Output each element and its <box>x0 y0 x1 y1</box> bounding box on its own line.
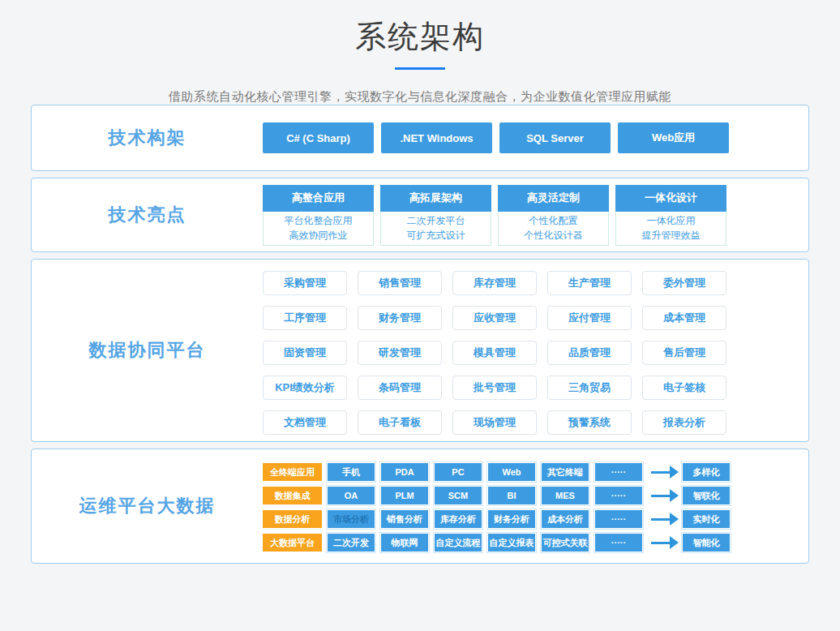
module-button[interactable]: 销售管理 <box>358 271 442 295</box>
module-button[interactable]: 库存管理 <box>452 271 537 295</box>
bigdata-item-button[interactable]: ····· <box>595 510 642 528</box>
bigdata-row: 全终端应用手机PDAPCWeb其它终端·····多样化 <box>263 463 808 481</box>
highlight-card-title: 高整合应用 <box>263 185 374 212</box>
page-title: 系统架构 <box>0 16 840 58</box>
section-bigdata: 运维平台大数据 全终端应用手机PDAPCWeb其它终端·····多样化数据集成O… <box>31 449 809 564</box>
bigdata-result-button[interactable]: 实时化 <box>683 510 730 528</box>
module-button[interactable]: KPI绩效分析 <box>263 376 347 400</box>
module-button[interactable]: 电子签核 <box>642 376 726 400</box>
bigdata-result-button[interactable]: 智能化 <box>683 534 730 552</box>
bigdata-item-button[interactable]: BI <box>488 487 535 504</box>
highlight-card-line: 平台化整合应用 <box>264 213 373 228</box>
bigdata-category-tag[interactable]: 数据集成 <box>263 487 322 504</box>
highlight-card: 高整合应用 平台化整合应用 高效协同作业 <box>263 185 374 246</box>
bigdata-item-button[interactable]: 可控式关联 <box>542 534 589 552</box>
bigdata-result-button[interactable]: 多样化 <box>683 463 730 481</box>
module-button[interactable]: 品质管理 <box>547 341 632 365</box>
bigdata-category-tag[interactable]: 数据分析 <box>263 510 322 528</box>
module-button[interactable]: 条码管理 <box>358 376 442 400</box>
highlight-card-title: 一体化设计 <box>615 185 726 212</box>
bigdata-item-button[interactable]: 自定义报表 <box>488 534 535 552</box>
page-subtitle: 借助系统自动化核心管理引擎，实现数字化与信息化深度融合，为企业数值化管理应用赋能 <box>0 89 840 105</box>
bigdata-item-button[interactable]: 自定义流程 <box>435 534 482 552</box>
bigdata-item-button[interactable]: MES <box>542 487 589 504</box>
bigdata-item-button[interactable]: 财务分析 <box>488 510 535 528</box>
arrow-right-icon <box>650 510 679 528</box>
bigdata-item-button[interactable]: PC <box>435 463 482 481</box>
bigdata-item-button[interactable]: SCM <box>435 487 482 504</box>
tech-stack-button-csharp[interactable]: C# (C Sharp) <box>263 122 374 153</box>
module-button[interactable]: 研发管理 <box>358 341 442 365</box>
bigdata-item-button[interactable]: PLM <box>381 487 428 504</box>
tech-stack-button-dotnet[interactable]: .NET Windows <box>381 122 492 153</box>
section-data-platform: 数据协同平台 采购管理销售管理库存管理生产管理委外管理工序管理财务管理应收管理应… <box>31 259 809 442</box>
bigdata-category-tag[interactable]: 大数据平台 <box>263 534 322 552</box>
highlight-card-body: 一体化应用 提升管理效益 <box>615 212 726 246</box>
highlight-card-line: 一体化应用 <box>616 213 726 228</box>
title-underline <box>395 67 445 70</box>
highlight-card-line: 二次开发平台 <box>381 213 491 228</box>
section-tech-stack: 技术构架 C# (C Sharp) .NET Windows SQL Serve… <box>31 105 809 171</box>
bigdata-item-button[interactable]: ····· <box>595 487 642 504</box>
section-label-data-platform: 数据协同平台 <box>32 260 263 441</box>
module-button[interactable]: 售后管理 <box>642 341 726 365</box>
highlight-cards: 高整合应用 平台化整合应用 高效协同作业 高拓展架构 二次开发平台 可扩充式设计… <box>263 178 808 251</box>
module-button[interactable]: 三角贸易 <box>547 376 632 400</box>
module-button[interactable]: 电子看板 <box>358 410 442 435</box>
highlight-card-line: 个性化设计器 <box>499 228 608 243</box>
bigdata-item-button[interactable]: 市场分析 <box>328 510 375 528</box>
tech-stack-button-sql[interactable]: SQL Server <box>499 122 611 153</box>
bigdata-row: 数据分析市场分析销售分析库存分析财务分析成本分析·····实时化 <box>263 510 808 528</box>
highlight-card-line: 可扩充式设计 <box>381 228 491 243</box>
bigdata-row: 大数据平台二次开发物联网自定义流程自定义报表可控式关联·····智能化 <box>263 534 808 552</box>
bigdata-item-button[interactable]: 销售分析 <box>381 510 428 528</box>
bigdata-item-button[interactable]: 物联网 <box>381 534 428 552</box>
module-button[interactable]: 工序管理 <box>263 306 347 330</box>
module-button[interactable]: 应付管理 <box>547 306 632 330</box>
section-label-bigdata: 运维平台大数据 <box>32 449 263 563</box>
bigdata-item-button[interactable]: ····· <box>595 534 642 552</box>
bigdata-item-button[interactable]: 二次开发 <box>328 534 375 552</box>
module-button[interactable]: 采购管理 <box>263 271 347 295</box>
bigdata-item-button[interactable]: ····· <box>595 463 642 481</box>
bigdata-item-button[interactable]: 成本分析 <box>542 510 589 528</box>
section-label-tech-stack: 技术构架 <box>32 105 263 170</box>
module-button[interactable]: 成本管理 <box>642 306 726 330</box>
highlight-card-line: 个性化配置 <box>499 213 608 228</box>
bigdata-result-button[interactable]: 智联化 <box>683 487 730 504</box>
bigdata-row: 数据集成OAPLMSCMBIMES·····智联化 <box>263 487 808 504</box>
arrow-right-icon <box>650 463 679 481</box>
module-grid: 采购管理销售管理库存管理生产管理委外管理工序管理财务管理应收管理应付管理成本管理… <box>263 260 808 441</box>
bigdata-item-button[interactable]: 手机 <box>328 463 375 481</box>
module-button[interactable]: 模具管理 <box>452 341 537 365</box>
highlight-card-body: 平台化整合应用 高效协同作业 <box>263 212 374 246</box>
bigdata-rows: 全终端应用手机PDAPCWeb其它终端·····多样化数据集成OAPLMSCMB… <box>263 449 808 563</box>
bigdata-item-button[interactable]: PDA <box>381 463 428 481</box>
highlight-card-line: 提升管理效益 <box>616 228 726 243</box>
module-button[interactable]: 生产管理 <box>547 271 632 295</box>
module-button[interactable]: 固资管理 <box>263 341 347 365</box>
section-highlights: 技术亮点 高整合应用 平台化整合应用 高效协同作业 高拓展架构 二次开发平台 可… <box>31 178 809 252</box>
module-button[interactable]: 财务管理 <box>358 306 442 330</box>
module-button[interactable]: 现场管理 <box>452 410 537 435</box>
highlight-card-body: 二次开发平台 可扩充式设计 <box>380 212 491 246</box>
arrow-right-icon <box>650 487 679 504</box>
bigdata-category-tag[interactable]: 全终端应用 <box>263 463 322 481</box>
module-button[interactable]: 委外管理 <box>642 271 726 295</box>
system-architecture-page: 系统架构 借助系统自动化核心管理引擎，实现数字化与信息化深度融合，为企业数值化管… <box>0 0 840 631</box>
module-button[interactable]: 应收管理 <box>452 306 537 330</box>
bigdata-item-button[interactable]: 其它终端 <box>542 463 589 481</box>
bigdata-item-button[interactable]: Web <box>488 463 535 481</box>
module-button[interactable]: 文档管理 <box>263 410 347 435</box>
bigdata-item-button[interactable]: 库存分析 <box>435 510 482 528</box>
module-button[interactable]: 预警系统 <box>547 410 632 435</box>
highlight-card-title: 高灵活定制 <box>498 185 609 212</box>
highlight-card: 高拓展架构 二次开发平台 可扩充式设计 <box>380 185 491 246</box>
module-button[interactable]: 批号管理 <box>452 376 537 400</box>
bigdata-item-button[interactable]: OA <box>328 487 375 504</box>
tech-stack-button-web[interactable]: Web应用 <box>618 122 729 153</box>
module-button[interactable]: 报表分析 <box>642 410 726 435</box>
highlight-card-title: 高拓展架构 <box>380 185 491 212</box>
section-label-highlights: 技术亮点 <box>32 178 263 251</box>
highlight-card: 一体化设计 一体化应用 提升管理效益 <box>615 185 726 246</box>
